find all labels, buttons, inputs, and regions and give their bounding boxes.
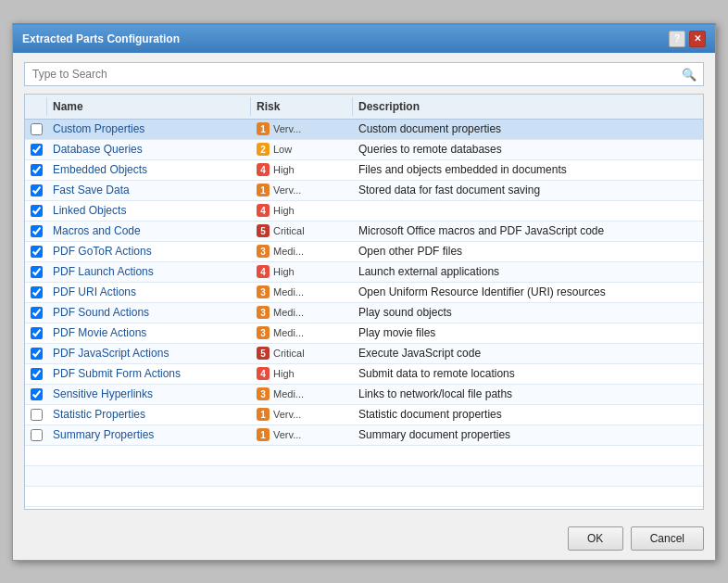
row-description: Files and objects embedded in documents bbox=[353, 161, 703, 178]
table-row[interactable]: Fast Save Data1Verv...Stored data for fa… bbox=[25, 181, 703, 201]
row-name: Sensitive Hyperlinks bbox=[47, 386, 251, 402]
dialog-window: Extracted Parts Configuration ? ✕ 🔍 Name… bbox=[12, 23, 716, 561]
row-checkbox[interactable] bbox=[25, 307, 47, 319]
search-row: 🔍 bbox=[24, 62, 704, 86]
title-bar-buttons: ? ✕ bbox=[669, 31, 706, 47]
row-name: PDF Launch Actions bbox=[47, 263, 251, 280]
row-description: Open other PDF files bbox=[353, 243, 703, 260]
row-name: PDF Sound Actions bbox=[47, 304, 251, 321]
table-row[interactable]: Summary Properties1Verv...Summary docume… bbox=[25, 425, 703, 446]
row-checkbox[interactable] bbox=[25, 286, 47, 298]
row-risk: 1Verv... bbox=[251, 120, 353, 138]
table-row[interactable]: PDF Movie Actions3Medi...Play movie file… bbox=[25, 323, 703, 344]
row-checkbox[interactable] bbox=[25, 327, 47, 339]
search-wrapper: 🔍 bbox=[24, 62, 704, 86]
row-description: Statistic document properties bbox=[353, 406, 703, 423]
row-description: Summary document properties bbox=[353, 426, 703, 443]
table-row[interactable]: Custom Properties1Verv...Custom document… bbox=[25, 120, 703, 140]
row-checkbox[interactable] bbox=[25, 348, 47, 360]
header-risk: Risk bbox=[251, 97, 353, 116]
row-description: Stored data for fast document saving bbox=[353, 182, 703, 198]
row-risk: 4High bbox=[251, 365, 353, 383]
row-description: Execute JavaScript code bbox=[353, 345, 703, 361]
row-risk: 3Medi... bbox=[251, 386, 353, 403]
row-risk: 3Medi... bbox=[251, 284, 353, 301]
table-row[interactable]: PDF JavaScript Actions5CriticalExecute J… bbox=[25, 344, 703, 364]
row-checkbox[interactable] bbox=[25, 144, 47, 156]
row-risk: 2Low bbox=[251, 141, 353, 158]
table-row[interactable]: PDF Submit Form Actions4HighSubmit data … bbox=[25, 364, 703, 385]
row-checkbox[interactable] bbox=[25, 409, 47, 421]
table-body: Custom Properties1Verv...Custom document… bbox=[25, 120, 703, 509]
table-row[interactable]: Database Queries2LowQueries to remote da… bbox=[25, 140, 703, 160]
row-checkbox[interactable] bbox=[25, 388, 47, 400]
row-checkbox[interactable] bbox=[25, 184, 47, 196]
title-bar: Extracted Parts Configuration ? ✕ bbox=[13, 25, 715, 53]
row-name: PDF GoToR Actions bbox=[47, 243, 251, 260]
empty-table-row bbox=[25, 446, 703, 466]
row-risk: 5Critical bbox=[251, 345, 353, 362]
table-row[interactable]: PDF URI Actions3Medi...Open Uniform Reso… bbox=[25, 283, 703, 303]
row-name: PDF URI Actions bbox=[47, 284, 251, 300]
row-description: Queries to remote databases bbox=[353, 141, 703, 158]
header-check bbox=[25, 97, 47, 116]
table-row[interactable]: Macros and Code5CriticalMicrosoft Office… bbox=[25, 222, 703, 242]
ok-button[interactable]: OK bbox=[568, 526, 623, 551]
row-name: Summary Properties bbox=[47, 426, 251, 443]
table-row[interactable]: Linked Objects4High bbox=[25, 201, 703, 222]
search-input[interactable] bbox=[24, 62, 704, 86]
row-checkbox[interactable] bbox=[25, 368, 47, 380]
row-risk: 3Medi... bbox=[251, 243, 353, 260]
row-checkbox[interactable] bbox=[25, 225, 47, 237]
table-row[interactable]: Sensitive Hyperlinks3Medi...Links to net… bbox=[25, 385, 703, 405]
row-risk: 1Verv... bbox=[251, 406, 353, 424]
row-description: Submit data to remote locations bbox=[353, 365, 703, 382]
row-risk: 3Medi... bbox=[251, 324, 353, 342]
row-name: PDF Movie Actions bbox=[47, 324, 251, 341]
row-description: Links to network/local file paths bbox=[353, 386, 703, 402]
row-name: Macros and Code bbox=[47, 222, 251, 239]
row-description: Play sound objects bbox=[353, 304, 703, 321]
empty-table-row bbox=[25, 466, 703, 487]
row-name: Statistic Properties bbox=[47, 406, 251, 423]
row-name: Linked Objects bbox=[47, 202, 251, 219]
row-risk: 4High bbox=[251, 161, 353, 179]
table-row[interactable]: Embedded Objects4HighFiles and objects e… bbox=[25, 160, 703, 181]
dialog-title: Extracted Parts Configuration bbox=[22, 32, 180, 45]
row-description bbox=[353, 209, 703, 212]
table-row[interactable]: Statistic Properties1Verv...Statistic do… bbox=[25, 405, 703, 425]
row-description: Microsoft Office macros and PDF JavaScri… bbox=[353, 222, 703, 239]
dialog-footer: OK Cancel bbox=[13, 519, 715, 560]
row-description: Launch external applications bbox=[353, 263, 703, 280]
row-checkbox[interactable] bbox=[25, 266, 47, 278]
row-description: Play movie files bbox=[353, 324, 703, 341]
help-button[interactable]: ? bbox=[669, 31, 685, 47]
row-name: Fast Save Data bbox=[47, 182, 251, 198]
table-row[interactable]: PDF Sound Actions3Medi...Play sound obje… bbox=[25, 303, 703, 323]
row-checkbox[interactable] bbox=[25, 205, 47, 217]
row-checkbox[interactable] bbox=[25, 123, 47, 135]
row-name: Custom Properties bbox=[47, 120, 251, 137]
search-icon: 🔍 bbox=[682, 67, 697, 81]
row-checkbox[interactable] bbox=[25, 246, 47, 258]
row-risk: 1Verv... bbox=[251, 182, 353, 199]
table-row[interactable]: PDF GoToR Actions3Medi...Open other PDF … bbox=[25, 242, 703, 262]
table-header: Name Risk Description bbox=[25, 95, 703, 120]
row-name: Database Queries bbox=[47, 141, 251, 158]
row-risk: 5Critical bbox=[251, 222, 353, 240]
empty-table-row bbox=[25, 487, 703, 507]
items-table: Name Risk Description Custom Properties1… bbox=[24, 94, 704, 510]
table-row[interactable]: PDF Launch Actions4HighLaunch external a… bbox=[25, 262, 703, 283]
row-checkbox[interactable] bbox=[25, 164, 47, 176]
row-description: Custom document properties bbox=[353, 120, 703, 137]
row-risk: 3Medi... bbox=[251, 304, 353, 322]
row-risk: 4High bbox=[251, 202, 353, 220]
dialog-body: 🔍 Name Risk Description Custom Propertie… bbox=[13, 53, 715, 519]
row-name: PDF Submit Form Actions bbox=[47, 365, 251, 382]
header-description: Description bbox=[353, 97, 703, 116]
header-name: Name bbox=[47, 97, 251, 116]
cancel-button[interactable]: Cancel bbox=[631, 526, 704, 551]
close-button[interactable]: ✕ bbox=[689, 31, 706, 47]
row-risk: 1Verv... bbox=[251, 426, 353, 444]
row-checkbox[interactable] bbox=[25, 429, 47, 441]
